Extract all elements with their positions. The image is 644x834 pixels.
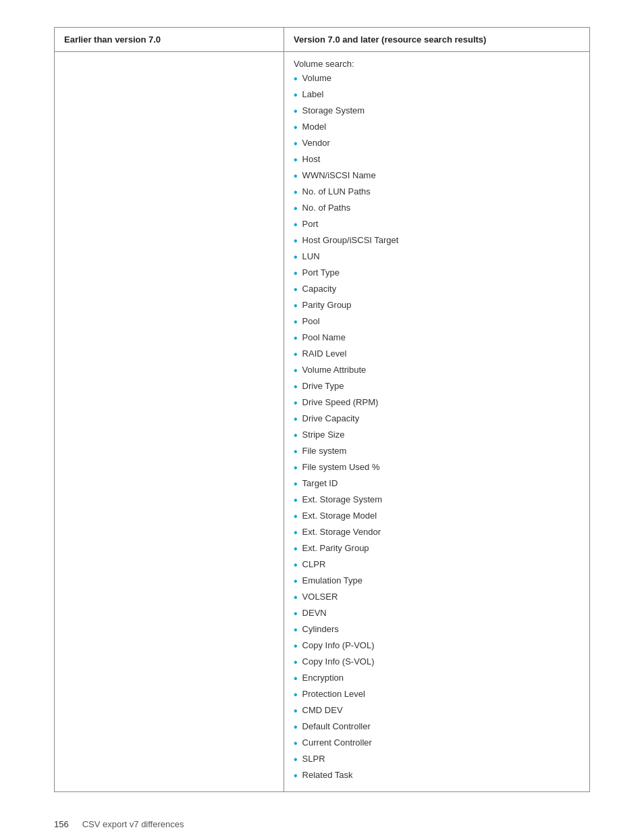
list-item-text: Pool Name: [302, 331, 346, 345]
list-item: •CLPR: [294, 558, 580, 573]
list-item-text: Pool: [302, 315, 320, 329]
list-item: •Protection Level: [294, 687, 580, 703]
list-item: •Label: [294, 88, 580, 103]
bullet-dot: •: [294, 525, 298, 541]
bullet-dot: •: [294, 735, 298, 752]
list-item-text: Port Type: [302, 266, 340, 280]
list-item: •Emulation Type: [294, 574, 580, 590]
list-item: •Ext. Storage Vendor: [294, 525, 580, 541]
bullet-dot: •: [294, 654, 298, 671]
list-item: •Volume: [294, 72, 580, 87]
list-item-text: Protection Level: [302, 687, 365, 702]
bullet-dot: •: [294, 752, 298, 768]
list-item-text: Target ID: [302, 477, 338, 491]
bullet-dot: •: [294, 541, 298, 557]
list-item: •Vendor: [294, 136, 580, 152]
list-item-text: WWN/iSCSI Name: [302, 169, 376, 183]
bullet-dot: •: [294, 395, 298, 411]
list-item: •Drive Type: [294, 380, 580, 395]
bullet-dot: •: [294, 363, 298, 379]
bullet-dot: •: [294, 249, 298, 265]
list-item-text: No. of LUN Paths: [302, 185, 371, 199]
bullet-dot: •: [294, 298, 298, 314]
list-item-text: File system: [302, 444, 347, 459]
list-item: •Model: [294, 120, 580, 136]
list-item: •Target ID: [294, 477, 580, 492]
list-item: •Ext. Storage System: [294, 493, 580, 509]
bullet-dot: •: [294, 671, 298, 687]
bullet-dot: •: [294, 460, 298, 476]
list-item-text: DEVN: [302, 606, 327, 621]
bullet-dot: •: [294, 509, 298, 525]
bullet-dot: •: [294, 444, 298, 460]
bullet-dot: •: [294, 87, 298, 103]
right-column-header: Version 7.0 and later (resource search r…: [284, 28, 589, 51]
bullet-dot: •: [294, 282, 298, 298]
list-item-text: Stripe Size: [302, 428, 345, 442]
table-header: Earlier than version 7.0 Version 7.0 and…: [55, 28, 589, 52]
bullet-dot: •: [294, 590, 298, 606]
bullet-dot: •: [294, 346, 298, 363]
bullet-dot: •: [294, 411, 298, 427]
comparison-table: Earlier than version 7.0 Version 7.0 and…: [54, 27, 590, 792]
list-item: •File system Used %: [294, 461, 580, 476]
list-item: •CMD DEV: [294, 704, 580, 719]
list-item-text: Vendor: [302, 136, 330, 151]
list-item: •Drive Speed (RPM): [294, 396, 580, 411]
bullet-dot: •: [294, 314, 298, 330]
bullet-dot: •: [294, 573, 298, 590]
list-item: •Copy Info (P-VOL): [294, 639, 580, 654]
bullet-dot: •: [294, 768, 298, 784]
list-item: •Volume Attribute: [294, 363, 580, 379]
list-item-text: CLPR: [302, 558, 326, 572]
list-item-text: Drive Type: [302, 380, 344, 394]
list-item-text: Ext. Storage System: [302, 493, 383, 507]
footer-label: CSV export v7 differences: [82, 819, 184, 829]
list-item-text: Ext. Storage Model: [302, 509, 377, 523]
bullet-dot: •: [294, 427, 298, 444]
table-body: Volume search: •Volume•Label•Storage Sys…: [55, 52, 589, 791]
list-item-text: Ext. Storage Vendor: [302, 525, 381, 540]
bullet-dot: •: [294, 622, 298, 638]
list-item-text: Related Task: [302, 768, 353, 783]
list-item-text: LUN: [302, 250, 320, 264]
list-item: •File system: [294, 444, 580, 460]
list-item-text: Encryption: [302, 671, 344, 685]
list-item: •Parity Group: [294, 298, 580, 314]
list-item-text: Ext. Parity Group: [302, 542, 369, 556]
list-item: •Related Task: [294, 768, 580, 784]
bullet-dot: •: [294, 606, 298, 622]
list-item-text: Cylinders: [302, 623, 339, 637]
list-item: •Storage System: [294, 104, 580, 120]
bullet-dot: •: [294, 136, 298, 152]
list-item-text: Host Group/iSCSI Target: [302, 234, 399, 248]
list-item-text: Drive Capacity: [302, 412, 360, 426]
section-label: Volume search:: [294, 59, 580, 69]
list-item: •VOLSER: [294, 590, 580, 606]
bullet-dot: •: [294, 103, 298, 120]
list-item: •Ext. Storage Model: [294, 509, 580, 525]
list-item: •DEVN: [294, 606, 580, 622]
list-item: •Host: [294, 153, 580, 168]
list-item: •Default Controller: [294, 720, 580, 735]
list-item: •Port: [294, 217, 580, 233]
list-item: •No. of Paths: [294, 201, 580, 217]
bullet-dot: •: [294, 638, 298, 654]
list-item-text: Port: [302, 217, 319, 232]
bullet-dot: •: [294, 184, 298, 201]
bullet-dot: •: [294, 476, 298, 492]
bullet-dot: •: [294, 265, 298, 282]
list-item: •LUN: [294, 250, 580, 265]
list-item-text: Model: [302, 120, 326, 134]
list-item: •Stripe Size: [294, 428, 580, 444]
list-item: •No. of LUN Paths: [294, 185, 580, 201]
list-item: •Port Type: [294, 266, 580, 282]
list-item: •Capacity: [294, 282, 580, 298]
bullet-dot: •: [294, 557, 298, 573]
bullet-dot: •: [294, 687, 298, 703]
list-item-text: Copy Info (S-VOL): [302, 655, 375, 669]
list-item-text: Label: [302, 88, 324, 102]
bullet-dot: •: [294, 168, 298, 184]
list-item: •RAID Level: [294, 347, 580, 363]
list-item: •Ext. Parity Group: [294, 542, 580, 557]
